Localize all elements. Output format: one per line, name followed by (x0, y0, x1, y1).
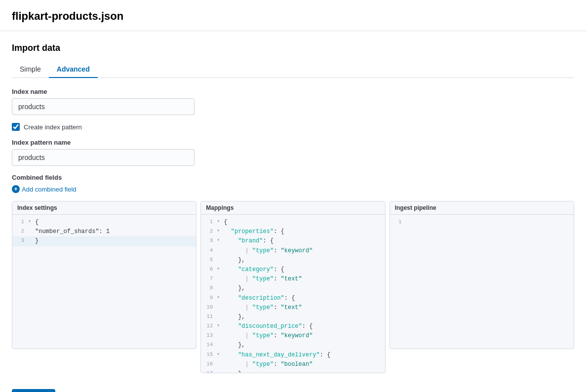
line-content: | "type": "keyword" (224, 331, 313, 341)
line-content: | "type": "text" (224, 274, 302, 284)
form-section: Index name Create index pattern Index pa… (12, 88, 574, 193)
line-content: "description": { (224, 294, 295, 303)
code-line: 10 | "type": "text" (201, 303, 385, 313)
index-settings-code[interactable]: 1▾{2 "number_of_shards": 13 } (12, 215, 196, 249)
code-line: 2▾ "properties": { (201, 227, 385, 236)
line-content: }, (224, 341, 245, 350)
editors-row: Index settings 1▾{2 "number_of_shards": … (12, 201, 574, 373)
line-content: | "type": "keyword" (224, 246, 313, 256)
code-line: 3 } (12, 236, 196, 246)
code-line: 13 | "type": "keyword" (201, 331, 385, 341)
plus-circle-icon: + (12, 185, 20, 193)
ingest-pipeline-title: Ingest pipeline (390, 201, 574, 215)
line-content: "category": { (224, 265, 284, 274)
line-content: }, (224, 284, 245, 293)
line-number: 15 (203, 351, 217, 359)
code-line: 14 }, (201, 341, 385, 350)
line-number: 3 (14, 236, 28, 245)
create-index-pattern-row: Create index pattern (12, 123, 574, 131)
line-number: 1 (14, 218, 28, 227)
page-header: flipkart-products.json (0, 0, 586, 31)
line-toggle[interactable]: ▾ (217, 218, 224, 226)
create-index-pattern-checkbox[interactable] (12, 123, 20, 131)
line-number: 13 (203, 331, 217, 340)
line-number: 9 (203, 294, 217, 303)
index-pattern-group: Index pattern name (12, 139, 574, 166)
code-line: 3▾ "brand": { (201, 236, 385, 246)
code-line: 1 (390, 218, 574, 227)
tab-advanced[interactable]: Advanced (49, 61, 98, 78)
line-toggle[interactable]: ▾ (217, 322, 224, 330)
line-number: 2 (203, 227, 217, 236)
section-title: Import data (12, 43, 574, 53)
line-toggle[interactable]: ▾ (217, 227, 224, 235)
line-content: } (35, 236, 39, 246)
code-line: 17 }, (201, 369, 385, 373)
import-button[interactable]: Import (12, 389, 55, 392)
code-line: 2 "number_of_shards": 1 (12, 227, 196, 236)
index-name-group: Index name (12, 88, 574, 115)
main-content: Import data Simple Advanced Index name C… (0, 31, 586, 392)
line-number: 14 (203, 341, 217, 350)
tabs: Simple Advanced (12, 61, 574, 78)
line-toggle[interactable]: ▾ (217, 236, 224, 244)
line-content: { (35, 218, 39, 227)
tab-simple[interactable]: Simple (12, 61, 49, 78)
index-name-label: Index name (12, 88, 574, 95)
add-combined-field-label: Add combined field (22, 186, 77, 193)
line-number: 17 (203, 369, 217, 373)
code-line: 1▾{ (12, 218, 196, 227)
index-name-input[interactable] (12, 98, 195, 115)
code-line: 6▾ "category": { (201, 265, 385, 274)
line-number: 2 (14, 227, 28, 236)
code-line: 9▾ "description": { (201, 294, 385, 303)
line-content: | "type": "boolean" (224, 360, 313, 369)
mappings-title: Mappings (201, 201, 385, 215)
line-toggle[interactable]: ▾ (217, 294, 224, 302)
code-line: 4 | "type": "keyword" (201, 246, 385, 256)
line-content: "brand": { (224, 236, 273, 246)
line-content: "properties": { (224, 227, 284, 236)
code-line: 15▾ "has_next_day_delivery": { (201, 351, 385, 360)
ingest-pipeline-code[interactable]: 1 (390, 215, 574, 230)
code-line: 16 | "type": "boolean" (201, 360, 385, 369)
line-content: | "type": "text" (224, 303, 302, 313)
add-combined-field-link[interactable]: + Add combined field (12, 185, 574, 193)
line-number: 7 (203, 274, 217, 283)
line-content: }, (224, 369, 245, 373)
combined-fields-section: Combined fields + Add combined field (12, 174, 574, 193)
line-number: 5 (203, 256, 217, 265)
code-line: 11 }, (201, 313, 385, 322)
line-toggle[interactable]: ▾ (28, 218, 35, 226)
index-settings-title: Index settings (12, 201, 196, 215)
code-line: 5 }, (201, 256, 385, 265)
line-toggle[interactable]: ▾ (217, 265, 224, 273)
combined-fields-title: Combined fields (12, 174, 574, 181)
line-content: }, (224, 313, 245, 322)
line-number: 6 (203, 265, 217, 274)
line-number: 16 (203, 360, 217, 369)
index-pattern-input[interactable] (12, 149, 195, 166)
create-index-pattern-label[interactable]: Create index pattern (24, 123, 82, 131)
line-number: 1 (392, 218, 406, 227)
line-number: 11 (203, 313, 217, 321)
code-line: 8 }, (201, 284, 385, 293)
line-content: "number_of_shards": 1 (35, 227, 110, 236)
index-pattern-label: Index pattern name (12, 139, 574, 146)
line-number: 4 (203, 246, 217, 255)
code-line: 1▾{ (201, 218, 385, 227)
line-content: "has_next_day_delivery": { (224, 351, 330, 360)
line-number: 3 (203, 236, 217, 245)
line-content: }, (224, 256, 245, 265)
page-title: flipkart-products.json (12, 10, 574, 23)
line-number: 12 (203, 322, 217, 331)
line-number: 10 (203, 303, 217, 312)
mappings-panel: Mappings 1▾{2▾ "properties": {3▾ "brand"… (200, 201, 385, 373)
line-number: 8 (203, 284, 217, 293)
line-toggle[interactable]: ▾ (217, 351, 224, 358)
mappings-code[interactable]: 1▾{2▾ "properties": {3▾ "brand": {4 | "t… (201, 215, 385, 373)
code-line: 12▾ "discounted_price": { (201, 322, 385, 331)
index-settings-panel: Index settings 1▾{2 "number_of_shards": … (12, 201, 196, 349)
code-line: 7 | "type": "text" (201, 274, 385, 284)
line-number: 1 (203, 218, 217, 227)
